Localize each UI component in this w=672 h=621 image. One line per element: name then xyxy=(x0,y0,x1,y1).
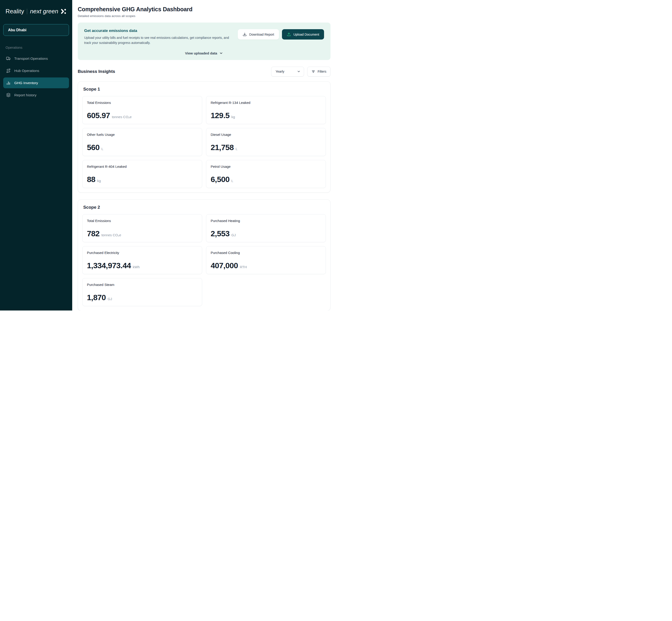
metric-card: Purchased Electricity 1,334,973.44 kWh xyxy=(82,246,202,274)
scope-title: Scope 2 xyxy=(83,205,326,210)
app-root: Reality next green Abu Dhabi Operations … xyxy=(0,0,336,310)
metric-value: 1,870 xyxy=(87,293,106,302)
page-title: Comprehensive GHG Analytics Dashboard xyxy=(78,6,330,13)
metric-label: Refrigerant R-134 Leaked xyxy=(211,101,321,105)
brand: Reality next green xyxy=(0,0,72,15)
location-label: Abu Dhabi xyxy=(8,28,27,32)
page-subtitle: Detailed emissions data across all scope… xyxy=(78,14,330,18)
metric-value: 560 xyxy=(87,143,100,152)
metric-label: Petrol Usage xyxy=(211,165,321,168)
upload-document-button[interactable]: Upload Document xyxy=(282,29,324,40)
metric-value: 407,000 xyxy=(211,261,238,270)
metric-value: 2,553 xyxy=(211,229,230,238)
location-selector[interactable]: Abu Dhabi xyxy=(3,24,69,36)
download-icon xyxy=(243,32,247,37)
metric-value: 21,758 xyxy=(211,143,234,152)
metric-grid: Total Emissions 782 tonnes CO₂e Purchase… xyxy=(82,214,326,306)
metric-card: Purchased Heating 2,553 GJ xyxy=(206,214,326,242)
metric-unit: L xyxy=(102,147,103,151)
banner-actions: Download Report Upload Document xyxy=(238,28,324,45)
metric-unit: kg xyxy=(97,179,101,183)
chevron-down-icon xyxy=(297,70,301,73)
brand-tagline-label: next green xyxy=(30,8,58,15)
business-insights-header: Business Insights Yearly Filters xyxy=(78,67,330,77)
banner-description: Upload your utility bills and fuel recei… xyxy=(84,35,232,45)
sidebar-item-hub-operations[interactable]: Hub Operations xyxy=(3,65,69,76)
metric-label: Refrigerant R-404 Leaked xyxy=(87,165,198,168)
brand-separator xyxy=(27,9,27,14)
x-logo-icon xyxy=(61,8,67,14)
emissions-data-banner: Get accurate emissions data Upload your … xyxy=(78,23,330,60)
metric-label: Total Emissions xyxy=(87,219,198,223)
metric-value: 129.5 xyxy=(211,111,230,120)
download-report-label: Download Report xyxy=(249,33,274,36)
sidebar-item-report-history[interactable]: Report history xyxy=(3,90,69,100)
metric-label: Purchased Steam xyxy=(87,283,198,287)
metric-unit: kg xyxy=(231,115,235,119)
metric-unit: L xyxy=(236,147,237,151)
metric-card: Purchased Cooling 407,000 RTH xyxy=(206,246,326,274)
scopes-container: Scope 1 Total Emissions 605.97 tonnes CO… xyxy=(78,81,330,310)
metric-unit: L xyxy=(231,179,233,183)
metric-card: Diesel Usage 21,758 L xyxy=(206,128,326,156)
metric-label: Total Emissions xyxy=(87,101,198,105)
metric-card: Petrol Usage 6,500 L xyxy=(206,160,326,188)
metric-value: 6,500 xyxy=(211,175,230,184)
chevron-down-icon xyxy=(219,51,223,55)
sidebar: Reality next green Abu Dhabi Operations … xyxy=(0,0,72,310)
metric-grid: Total Emissions 605.97 tonnes CO₂e Refri… xyxy=(82,96,326,188)
insights-controls: Yearly Filters xyxy=(271,67,330,77)
period-select-value: Yearly xyxy=(276,70,284,73)
layers-icon xyxy=(6,93,11,97)
truck-icon xyxy=(6,56,11,61)
route-icon xyxy=(6,68,11,73)
upload-icon xyxy=(287,32,291,37)
view-uploaded-data-label: View uploaded data xyxy=(185,51,217,55)
metric-value: 782 xyxy=(87,229,100,238)
metric-card: Refrigerant R-404 Leaked 88 kg xyxy=(82,160,202,188)
metric-unit: tonnes CO₂e xyxy=(112,115,131,119)
sidebar-nav: Transport Operations Hub Operations GHG … xyxy=(0,53,72,100)
metric-unit: tonnes CO₂e xyxy=(102,233,121,237)
bar-chart-icon xyxy=(6,80,11,85)
scope-2-section: Scope 2 Total Emissions 782 tonnes CO₂e … xyxy=(78,200,330,310)
metric-value: 605.97 xyxy=(87,111,110,120)
metric-label: Purchased Heating xyxy=(211,219,321,223)
metric-label: Purchased Cooling xyxy=(211,251,321,255)
sidebar-section-label: Operations xyxy=(5,45,72,49)
metric-label: Other fuels Usage xyxy=(87,133,198,136)
metric-card: Refrigerant R-134 Leaked 129.5 kg xyxy=(206,96,326,124)
metric-label: Purchased Electricity xyxy=(87,251,198,255)
sidebar-item-transport-operations[interactable]: Transport Operations xyxy=(3,53,69,64)
metric-value: 88 xyxy=(87,175,95,184)
scope-1-section: Scope 1 Total Emissions 605.97 tonnes CO… xyxy=(78,81,330,193)
filters-button[interactable]: Filters xyxy=(307,67,330,77)
metric-unit: GJ xyxy=(108,297,112,301)
filter-icon xyxy=(311,70,315,74)
period-select[interactable]: Yearly xyxy=(271,67,304,77)
sidebar-item-ghg-inventory[interactable]: GHG Inventory xyxy=(3,77,69,88)
view-uploaded-data-button[interactable]: View uploaded data xyxy=(184,51,225,55)
upload-document-label: Upload Document xyxy=(293,33,319,36)
metric-card: Purchased Steam 1,870 GJ xyxy=(82,278,202,306)
metric-card: Other fuels Usage 560 L xyxy=(82,128,202,156)
metric-label: Diesel Usage xyxy=(211,133,321,136)
main-content: Comprehensive GHG Analytics Dashboard De… xyxy=(72,0,336,310)
download-report-button[interactable]: Download Report xyxy=(238,29,279,40)
metric-value: 1,334,973.44 xyxy=(87,261,131,270)
metric-unit: kWh xyxy=(133,265,140,269)
filters-label: Filters xyxy=(318,70,326,73)
metric-card: Total Emissions 782 tonnes CO₂e xyxy=(82,214,202,242)
metric-card: Total Emissions 605.97 tonnes CO₂e xyxy=(82,96,202,124)
scope-title: Scope 1 xyxy=(83,87,326,92)
metric-unit: GJ xyxy=(231,233,236,237)
metric-unit: RTH xyxy=(240,265,247,269)
business-insights-title: Business Insights xyxy=(78,69,115,74)
banner-title: Get accurate emissions data xyxy=(84,29,232,33)
brand-reality-label: Reality xyxy=(5,8,24,15)
